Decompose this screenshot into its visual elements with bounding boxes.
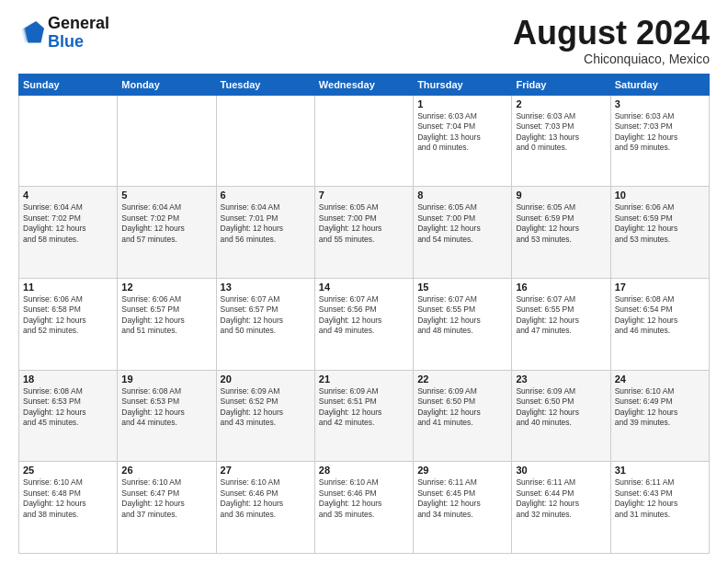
weekday-header: Tuesday <box>216 74 314 95</box>
day-number: 25 <box>23 465 113 476</box>
day-info: Sunrise: 6:09 AMSunset: 6:52 PMDaylight:… <box>221 386 311 429</box>
day-info: Sunrise: 6:04 AMSunset: 7:01 PMDaylight:… <box>221 202 311 245</box>
day-info: Sunrise: 6:05 AMSunset: 7:00 PMDaylight:… <box>319 202 409 245</box>
day-info: Sunrise: 6:05 AMSunset: 6:59 PMDaylight:… <box>516 202 606 245</box>
calendar-cell <box>314 95 413 187</box>
day-info: Sunrise: 6:09 AMSunset: 6:50 PMDaylight:… <box>516 386 606 429</box>
calendar-cell: 7Sunrise: 6:05 AMSunset: 7:00 PMDaylight… <box>314 187 413 279</box>
calendar-cell: 25Sunrise: 6:10 AMSunset: 6:48 PMDayligh… <box>19 462 118 554</box>
calendar-cell: 4Sunrise: 6:04 AMSunset: 7:02 PMDaylight… <box>19 187 118 279</box>
day-number: 13 <box>221 282 311 293</box>
day-number: 26 <box>121 465 211 476</box>
calendar-cell: 2Sunrise: 6:03 AMSunset: 7:03 PMDaylight… <box>512 95 610 187</box>
day-info: Sunrise: 6:07 AMSunset: 6:55 PMDaylight:… <box>516 294 606 337</box>
title-block: August 2024 Chiconquiaco, Mexico <box>513 15 710 66</box>
calendar-cell: 20Sunrise: 6:09 AMSunset: 6:52 PMDayligh… <box>216 370 314 462</box>
day-number: 29 <box>417 465 507 476</box>
weekday-header: Thursday <box>414 74 512 95</box>
day-info: Sunrise: 6:06 AMSunset: 6:58 PMDaylight:… <box>23 294 113 337</box>
day-number: 2 <box>516 98 606 109</box>
calendar-cell: 28Sunrise: 6:10 AMSunset: 6:46 PMDayligh… <box>314 462 413 554</box>
month-title: August 2024 <box>513 15 710 52</box>
day-number: 15 <box>417 282 507 293</box>
day-number: 18 <box>23 373 113 385</box>
day-info: Sunrise: 6:06 AMSunset: 6:57 PMDaylight:… <box>121 294 211 337</box>
day-number: 3 <box>615 98 705 109</box>
calendar-cell: 3Sunrise: 6:03 AMSunset: 7:03 PMDaylight… <box>610 95 709 187</box>
page: General Blue August 2024 Chiconquiaco, M… <box>0 0 728 563</box>
day-number: 9 <box>516 190 606 201</box>
calendar-cell: 6Sunrise: 6:04 AMSunset: 7:01 PMDaylight… <box>216 187 314 279</box>
calendar-cell: 18Sunrise: 6:08 AMSunset: 6:53 PMDayligh… <box>19 370 118 462</box>
weekday-header: Sunday <box>19 74 118 95</box>
calendar-week-row: 25Sunrise: 6:10 AMSunset: 6:48 PMDayligh… <box>19 462 710 554</box>
day-number: 12 <box>121 282 211 293</box>
calendar-cell: 22Sunrise: 6:09 AMSunset: 6:50 PMDayligh… <box>414 370 512 462</box>
calendar-cell <box>118 95 216 187</box>
day-number: 19 <box>121 373 211 385</box>
calendar-cell: 23Sunrise: 6:09 AMSunset: 6:50 PMDayligh… <box>512 370 610 462</box>
day-info: Sunrise: 6:03 AMSunset: 7:04 PMDaylight:… <box>417 111 507 154</box>
calendar-cell <box>216 95 314 187</box>
calendar-cell: 31Sunrise: 6:11 AMSunset: 6:43 PMDayligh… <box>610 462 709 554</box>
calendar-cell: 19Sunrise: 6:08 AMSunset: 6:53 PMDayligh… <box>118 370 216 462</box>
calendar-cell: 26Sunrise: 6:10 AMSunset: 6:47 PMDayligh… <box>118 462 216 554</box>
header-row: SundayMondayTuesdayWednesdayThursdayFrid… <box>19 74 710 95</box>
calendar-cell: 8Sunrise: 6:05 AMSunset: 7:00 PMDaylight… <box>414 187 512 279</box>
day-number: 24 <box>615 373 705 385</box>
logo-text: General Blue <box>48 15 109 52</box>
svg-marker-2 <box>25 21 44 43</box>
calendar-cell: 29Sunrise: 6:11 AMSunset: 6:45 PMDayligh… <box>414 462 512 554</box>
day-number: 21 <box>319 373 409 385</box>
weekday-header: Friday <box>512 74 610 95</box>
day-number: 16 <box>516 282 606 293</box>
weekday-header: Saturday <box>610 74 709 95</box>
day-number: 30 <box>516 465 606 476</box>
day-number: 20 <box>221 373 311 385</box>
day-number: 22 <box>417 373 507 385</box>
header: General Blue August 2024 Chiconquiaco, M… <box>18 15 710 66</box>
day-number: 10 <box>615 190 705 201</box>
day-number: 4 <box>23 190 113 201</box>
calendar-cell: 24Sunrise: 6:10 AMSunset: 6:49 PMDayligh… <box>610 370 709 462</box>
calendar-week-row: 1Sunrise: 6:03 AMSunset: 7:04 PMDaylight… <box>19 95 710 187</box>
logo-line1: General <box>48 15 109 33</box>
day-info: Sunrise: 6:10 AMSunset: 6:46 PMDaylight:… <box>221 477 311 520</box>
day-info: Sunrise: 6:08 AMSunset: 6:54 PMDaylight:… <box>615 294 705 337</box>
calendar-cell: 17Sunrise: 6:08 AMSunset: 6:54 PMDayligh… <box>610 278 709 370</box>
calendar-cell: 16Sunrise: 6:07 AMSunset: 6:55 PMDayligh… <box>512 278 610 370</box>
day-info: Sunrise: 6:08 AMSunset: 6:53 PMDaylight:… <box>121 386 211 429</box>
day-number: 11 <box>23 282 113 293</box>
calendar-cell: 21Sunrise: 6:09 AMSunset: 6:51 PMDayligh… <box>314 370 413 462</box>
day-number: 8 <box>417 190 507 201</box>
logo-line2: Blue <box>48 33 109 52</box>
logo-icon <box>18 20 44 46</box>
calendar-week-row: 11Sunrise: 6:06 AMSunset: 6:58 PMDayligh… <box>19 278 710 370</box>
calendar-week-row: 18Sunrise: 6:08 AMSunset: 6:53 PMDayligh… <box>19 370 710 462</box>
day-number: 1 <box>417 98 507 109</box>
day-number: 27 <box>221 465 311 476</box>
day-number: 6 <box>221 190 311 201</box>
day-info: Sunrise: 6:03 AMSunset: 7:03 PMDaylight:… <box>615 111 705 154</box>
calendar-cell: 5Sunrise: 6:04 AMSunset: 7:02 PMDaylight… <box>118 187 216 279</box>
calendar-cell: 13Sunrise: 6:07 AMSunset: 6:57 PMDayligh… <box>216 278 314 370</box>
day-info: Sunrise: 6:04 AMSunset: 7:02 PMDaylight:… <box>121 202 211 245</box>
calendar-week-row: 4Sunrise: 6:04 AMSunset: 7:02 PMDaylight… <box>19 187 710 279</box>
day-info: Sunrise: 6:09 AMSunset: 6:51 PMDaylight:… <box>319 386 409 429</box>
day-info: Sunrise: 6:04 AMSunset: 7:02 PMDaylight:… <box>23 202 113 245</box>
day-number: 5 <box>121 190 211 201</box>
calendar-cell: 27Sunrise: 6:10 AMSunset: 6:46 PMDayligh… <box>216 462 314 554</box>
calendar-cell: 14Sunrise: 6:07 AMSunset: 6:56 PMDayligh… <box>314 278 413 370</box>
day-info: Sunrise: 6:07 AMSunset: 6:55 PMDaylight:… <box>417 294 507 337</box>
day-number: 14 <box>319 282 409 293</box>
logo: General Blue <box>18 15 109 52</box>
day-number: 28 <box>319 465 409 476</box>
day-info: Sunrise: 6:07 AMSunset: 6:57 PMDaylight:… <box>221 294 311 337</box>
calendar-cell <box>19 95 118 187</box>
day-info: Sunrise: 6:06 AMSunset: 6:59 PMDaylight:… <box>615 202 705 245</box>
calendar-cell: 9Sunrise: 6:05 AMSunset: 6:59 PMDaylight… <box>512 187 610 279</box>
day-info: Sunrise: 6:11 AMSunset: 6:44 PMDaylight:… <box>516 477 606 520</box>
calendar-cell: 11Sunrise: 6:06 AMSunset: 6:58 PMDayligh… <box>19 278 118 370</box>
day-number: 7 <box>319 190 409 201</box>
day-info: Sunrise: 6:11 AMSunset: 6:45 PMDaylight:… <box>417 477 507 520</box>
